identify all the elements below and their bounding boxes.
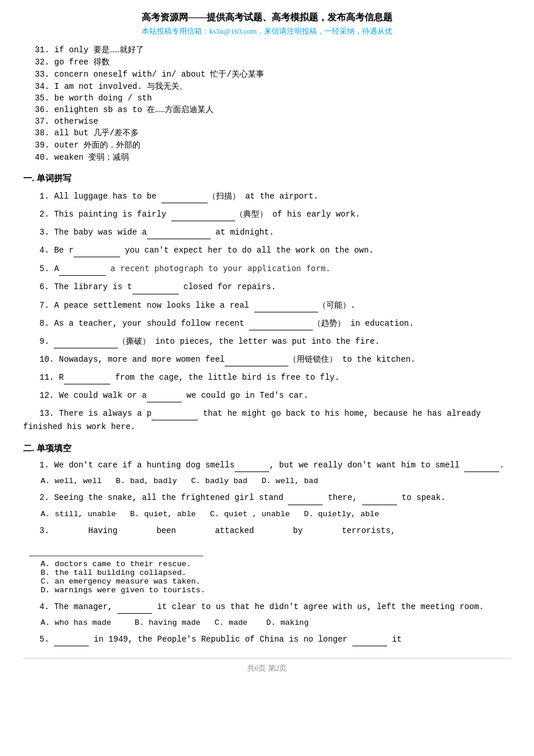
blank bbox=[249, 322, 313, 330]
section2-body: 1. We don't care if a hunting dog smells… bbox=[23, 459, 511, 646]
blank bbox=[147, 394, 182, 402]
section2-q3: 3. Having been attacked by terrorists, A… bbox=[23, 524, 511, 595]
blank bbox=[464, 464, 499, 472]
vocab-item: 35. be worth doing / sth bbox=[35, 93, 511, 103]
vocab-list: 31. if only 要是……就好了 32. go free 得数 33. c… bbox=[23, 45, 511, 163]
blank bbox=[59, 268, 106, 276]
footer: 共6页 第2页 bbox=[23, 658, 511, 674]
q5: 5. A a recent photograph to your applica… bbox=[23, 262, 511, 276]
header-subtitle: 本站投稿专用信箱：ks5u@163.com，来信请注明投稿，一经采纳，待遇从优 bbox=[23, 26, 511, 37]
section1-body: 1. All luggage has to be （扫描） at the air… bbox=[23, 190, 511, 434]
vocab-item: 36. enlighten sb as to 在……方面启迪某人 bbox=[35, 105, 511, 115]
blank bbox=[254, 304, 318, 312]
blank bbox=[161, 195, 208, 203]
q8: 8. As a teacher, your should follow rece… bbox=[23, 317, 511, 330]
q7: 7. A peace settlement now looks like a r… bbox=[23, 299, 511, 312]
section2-q4: 4. The manager, it clear to us that he d… bbox=[23, 600, 511, 627]
blank bbox=[352, 638, 387, 646]
blank bbox=[225, 358, 288, 366]
blank bbox=[362, 497, 397, 505]
vocab-item: 39. outer 外面的，外部的 bbox=[35, 140, 511, 150]
blank bbox=[117, 606, 152, 614]
blank bbox=[171, 213, 235, 221]
blank bbox=[74, 249, 120, 257]
q10: 10. Nowadays, more and more women feel（用… bbox=[23, 353, 511, 366]
q1: 1. All luggage has to be （扫描） at the air… bbox=[23, 190, 511, 203]
section2-q2: 2. Seeing the snake, all the frightened … bbox=[23, 491, 511, 518]
q2: 2. This painting is fairly （典型） of his e… bbox=[23, 208, 511, 221]
header-title: 高考资源网——提供高考试题、高考模拟题，发布高考信息题 bbox=[23, 12, 511, 24]
blank bbox=[234, 464, 269, 472]
blank bbox=[288, 497, 323, 505]
blank bbox=[54, 340, 118, 348]
q12: 12. We could walk or a we could go in Te… bbox=[23, 389, 511, 402]
section2-title: 二. 单项填空 bbox=[23, 443, 511, 454]
vocab-item: 38. all but 几乎/差不多 bbox=[35, 128, 511, 138]
section1-title: 一. 单词拼写 bbox=[23, 173, 511, 184]
blank bbox=[64, 376, 110, 384]
blank bbox=[151, 412, 198, 420]
page-wrapper: 高考资源网——提供高考试题、高考模拟题，发布高考信息题 本站投稿专用信箱：ks5… bbox=[23, 12, 511, 674]
vocab-item: 37. otherwise bbox=[35, 117, 511, 126]
vocab-item: 40. weaken 变弱；减弱 bbox=[35, 152, 511, 163]
q3: 3. The baby was wide a at midnight. bbox=[23, 226, 511, 239]
q6: 6. The library is t closed for repairs. bbox=[23, 280, 511, 294]
section2-q1: 1. We don't care if a hunting dog smells… bbox=[23, 459, 511, 485]
q13: 13. There is always a p that he might go… bbox=[23, 407, 511, 434]
vocab-item: 33. concern oneself with/ in/ about 忙于/关… bbox=[35, 69, 511, 80]
section2-q5: 5. in 1949, the People's Republic of Chi… bbox=[23, 633, 511, 646]
blank bbox=[147, 231, 211, 239]
vocab-item: 32. go free 得数 bbox=[35, 57, 511, 67]
q4: 4. Be r you can't expect her to do all t… bbox=[23, 244, 511, 257]
q11: 11. R from the cage, the little bird is … bbox=[23, 371, 511, 384]
blank bbox=[54, 638, 89, 646]
vocab-item: 34. I am not involved. 与我无关。 bbox=[35, 81, 511, 92]
vocab-item: 31. if only 要是……就好了 bbox=[35, 45, 511, 55]
q9: 9. （撕破） into pieces, the letter was put … bbox=[23, 335, 511, 348]
blank bbox=[132, 286, 179, 294]
